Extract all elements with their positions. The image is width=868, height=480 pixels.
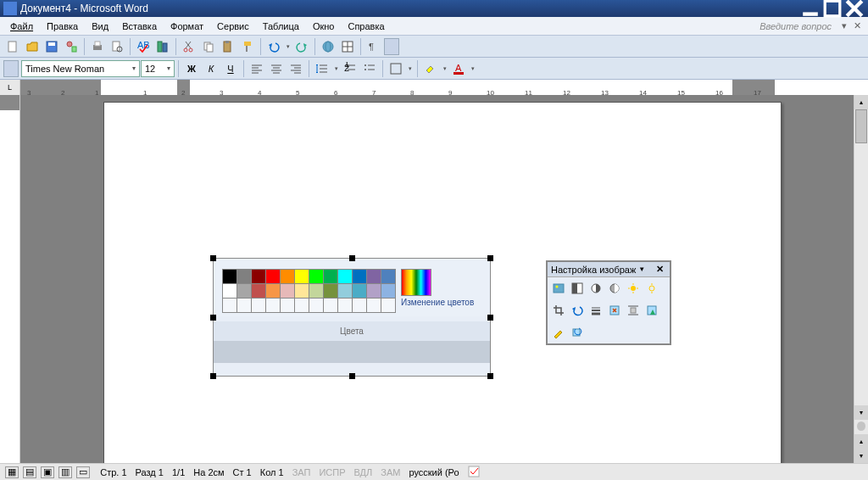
redo-button[interactable] xyxy=(292,37,311,56)
more-brightness-button[interactable] xyxy=(625,280,642,297)
color-swatch[interactable] xyxy=(324,284,338,299)
highlight-button[interactable] xyxy=(421,59,440,78)
color-swatch[interactable] xyxy=(309,270,324,284)
picture-toolbar-close[interactable]: ✕ xyxy=(654,264,666,275)
compress-button[interactable] xyxy=(606,302,623,319)
view-print-button[interactable]: ▣ xyxy=(41,466,54,478)
format-painter-button[interactable] xyxy=(238,37,257,56)
tab-selector[interactable]: L xyxy=(0,80,20,95)
menu-window[interactable]: Окно xyxy=(306,20,342,33)
rotate-left-button[interactable] xyxy=(569,302,586,319)
new-doc-button[interactable] xyxy=(3,37,22,56)
open-button[interactable] xyxy=(23,37,42,56)
color-swatch[interactable] xyxy=(324,270,338,284)
save-button[interactable] xyxy=(42,37,61,56)
color-swatch[interactable] xyxy=(223,299,237,313)
color-swatch[interactable] xyxy=(281,299,295,313)
tables-borders-button[interactable] xyxy=(338,37,357,56)
undo-dropdown[interactable]: ▾ xyxy=(284,37,292,56)
view-outline-button[interactable]: ▥ xyxy=(58,466,72,478)
cut-button[interactable] xyxy=(180,37,198,56)
spellcheck-button[interactable]: ABC xyxy=(134,37,153,56)
color-swatch[interactable] xyxy=(353,284,367,299)
crop-button[interactable] xyxy=(550,302,567,319)
menu-table[interactable]: Таблица xyxy=(256,20,306,33)
highlight-dropdown[interactable]: ▾ xyxy=(441,59,448,78)
color-swatch[interactable] xyxy=(237,284,252,299)
menu-file[interactable]: Файл xyxy=(3,20,40,33)
style-dropdown[interactable] xyxy=(384,38,399,55)
color-swatch[interactable] xyxy=(237,299,252,313)
scroll-thumb[interactable] xyxy=(855,109,867,143)
color-swatch[interactable] xyxy=(324,299,338,313)
line-spacing-button[interactable] xyxy=(313,59,331,78)
scroll-up-button[interactable]: ▴ xyxy=(854,95,868,109)
color-swatch[interactable] xyxy=(295,270,309,284)
align-right-button[interactable] xyxy=(287,59,305,78)
italic-button[interactable]: К xyxy=(202,59,220,78)
print-preview-button[interactable] xyxy=(108,37,126,56)
color-swatch[interactable] xyxy=(338,284,353,299)
picture-toolbar-dropdown[interactable]: ▼ xyxy=(638,265,645,273)
menu-format[interactable]: Формат xyxy=(164,20,210,33)
color-swatch[interactable] xyxy=(309,299,324,313)
menu-edit[interactable]: Правка xyxy=(40,20,85,33)
spellcheck-status-icon[interactable] xyxy=(468,466,481,479)
color-swatch[interactable] xyxy=(309,284,324,299)
borders-dropdown[interactable]: ▾ xyxy=(406,59,414,78)
color-swatch[interactable] xyxy=(223,284,237,299)
color-swatch[interactable] xyxy=(381,270,396,284)
menubar-dropdown[interactable]: ▾ xyxy=(838,20,850,31)
permissions-button[interactable] xyxy=(62,37,81,56)
transparent-color-button[interactable] xyxy=(550,324,567,341)
color-swatch[interactable] xyxy=(266,270,281,284)
copy-button[interactable] xyxy=(199,37,218,56)
help-search[interactable]: Введите вопрос xyxy=(703,21,838,31)
color-swatch[interactable] xyxy=(223,270,237,284)
print-button[interactable] xyxy=(88,37,107,56)
font-combo[interactable]: Times New Roman▾ xyxy=(21,60,140,77)
minimize-button[interactable] xyxy=(800,2,821,15)
line-spacing-dropdown[interactable]: ▾ xyxy=(332,59,340,78)
color-swatch[interactable] xyxy=(266,299,281,313)
menu-view[interactable]: Вид xyxy=(85,20,115,33)
bullets-button[interactable] xyxy=(360,59,379,78)
document-area[interactable]: Изменение цветов Цвета Настройка изображ… xyxy=(20,95,868,463)
menu-tools[interactable]: Сервис xyxy=(210,20,256,33)
font-color-dropdown[interactable]: ▾ xyxy=(469,59,476,78)
color-swatch[interactable] xyxy=(367,299,381,313)
show-formatting-button[interactable]: ¶ xyxy=(364,37,383,56)
color-swatch[interactable] xyxy=(353,270,367,284)
close-button[interactable] xyxy=(844,2,865,15)
bold-button[interactable]: Ж xyxy=(182,59,201,78)
view-normal-button[interactable]: ▦ xyxy=(5,466,19,478)
undo-button[interactable] xyxy=(264,37,283,56)
color-swatch[interactable] xyxy=(281,270,295,284)
color-gradient-icon[interactable] xyxy=(401,269,431,296)
format-picture-button[interactable] xyxy=(643,302,660,319)
font-color-button[interactable]: A xyxy=(449,59,468,78)
browse-object-button[interactable] xyxy=(857,421,865,431)
hyperlink-button[interactable] xyxy=(319,37,337,56)
ruler-horizontal[interactable]: 3211234567891011121314151617 xyxy=(20,80,868,95)
color-swatch[interactable] xyxy=(281,284,295,299)
reset-picture-button[interactable] xyxy=(569,324,586,341)
scrollbar-vertical[interactable]: ▴ ▾ ▴ ▾ xyxy=(854,95,868,463)
ruler-vertical[interactable] xyxy=(0,95,20,463)
more-contrast-button[interactable] xyxy=(587,280,604,297)
font-size-combo[interactable]: 12▾ xyxy=(141,60,175,77)
color-mode-button[interactable] xyxy=(569,280,586,297)
scroll-down-button[interactable]: ▾ xyxy=(854,405,868,420)
align-left-button[interactable] xyxy=(248,59,266,78)
insert-picture-button[interactable] xyxy=(550,280,567,297)
style-box[interactable] xyxy=(3,60,19,77)
color-swatch[interactable] xyxy=(237,270,252,284)
change-colors-button[interactable]: Изменение цветов xyxy=(401,298,474,307)
maximize-button[interactable] xyxy=(822,2,843,15)
paste-button[interactable] xyxy=(219,37,237,56)
view-web-button[interactable]: ▤ xyxy=(23,466,36,478)
color-swatch[interactable] xyxy=(252,299,266,313)
numbering-button[interactable]: 12 xyxy=(341,59,359,78)
prev-page-button[interactable]: ▴ xyxy=(854,434,868,449)
align-center-button[interactable] xyxy=(267,59,286,78)
